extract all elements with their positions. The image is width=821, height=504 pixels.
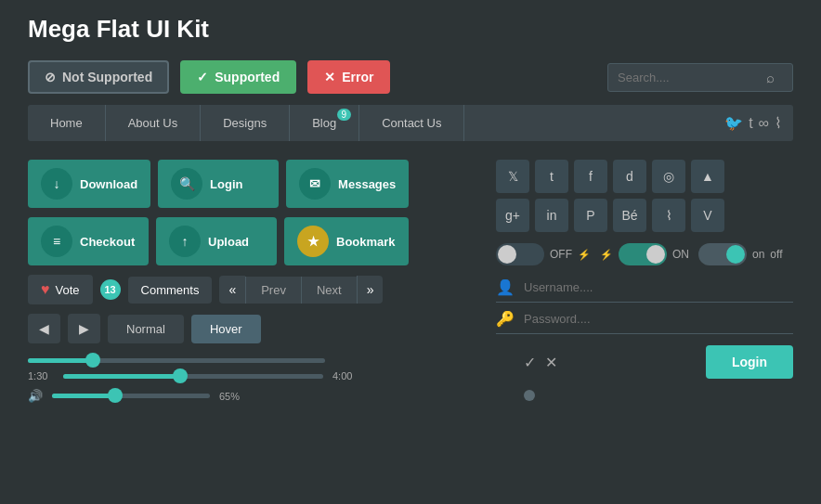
toggles-row: OFF ⚡ ⚡ ON on off	[496, 243, 793, 265]
nav-item-designs[interactable]: Designs	[201, 105, 290, 141]
slider-1-track[interactable]	[28, 358, 325, 363]
prev-start-button[interactable]: «	[219, 276, 245, 304]
search-icon[interactable]: ⌕	[766, 70, 775, 85]
hover-style-button[interactable]: Hover	[191, 315, 261, 343]
comments-button[interactable]: Comments	[128, 277, 213, 304]
download-icon: ↓	[41, 168, 72, 200]
prev-media-button[interactable]: ◀	[28, 314, 60, 343]
user-icon: 🔍	[171, 168, 202, 200]
social-googleplus[interactable]: g+	[496, 199, 529, 232]
download-button[interactable]: ↓ Download	[28, 160, 150, 208]
checkmark-icon[interactable]: ✓	[524, 354, 536, 371]
nav-socials: 🐦 t ∞ ⌇	[713, 114, 793, 132]
nav-bar: Home About Us Designs Blog 9 Contact Us …	[28, 105, 793, 141]
slider-3-thumb[interactable]	[108, 388, 123, 403]
rss-nav-icon[interactable]: ⌇	[775, 114, 782, 132]
next-button[interactable]: Next	[302, 277, 357, 304]
pagination-group: « Prev Next »	[219, 276, 383, 304]
blog-badge: 9	[337, 109, 352, 121]
toggle-light-knob	[726, 245, 745, 264]
check-icon: ✓	[197, 70, 208, 84]
username-input[interactable]	[524, 280, 710, 294]
sliders-section: 1:30 4:00 🔊 65%	[28, 358, 477, 410]
lightning-icon: ⚡	[578, 249, 591, 261]
error-badge[interactable]: ✕ Error	[307, 60, 390, 94]
tumblr-nav-icon[interactable]: t	[749, 115, 752, 132]
cart-icon: ≡	[41, 226, 72, 257]
social-twitter[interactable]: 𝕏	[496, 160, 529, 193]
slider-3-track[interactable]	[52, 394, 210, 398]
toggle-on-label: ON	[672, 248, 689, 261]
prev-button[interactable]: Prev	[245, 277, 302, 304]
right-column: 𝕏 t f d ◎ ▲ g+ in P Bé ⌇ V OFF ⚡	[477, 160, 793, 410]
slider-3-fill	[52, 394, 115, 398]
toggle-on[interactable]	[619, 243, 667, 265]
toggle-light-group: on off	[698, 243, 782, 265]
button-row-2: ≡ Checkout ↑ Upload ★ Bookmark	[28, 217, 477, 265]
ban-icon: ⊘	[45, 70, 56, 84]
key-icon: 🔑	[496, 310, 515, 328]
next-media-button[interactable]: ▶	[68, 314, 100, 343]
toggle-off-knob	[498, 245, 516, 264]
vote-row: ♥ Vote 13 Comments « Prev Next »	[28, 275, 477, 304]
social-trello[interactable]: ▲	[691, 160, 724, 193]
toggle-off-group: OFF ⚡	[496, 243, 591, 265]
social-tumblr[interactable]: t	[535, 160, 568, 193]
upload-button[interactable]: ↑ Upload	[156, 217, 277, 265]
left-column: ↓ Download 🔍 Login ✉ Messages ≡ Checkout…	[28, 160, 477, 410]
social-behance[interactable]: Bé	[613, 199, 646, 232]
nav-item-contact[interactable]: Contact Us	[359, 105, 464, 141]
social-linkedin[interactable]: in	[535, 199, 568, 232]
nav-item-home[interactable]: Home	[28, 105, 106, 141]
vote-button[interactable]: ♥ Vote	[28, 275, 93, 304]
search-box: ⌕	[607, 63, 793, 92]
comments-label: Comments	[141, 283, 200, 297]
lightning-on-icon: ⚡	[600, 249, 613, 261]
search-input[interactable]	[618, 71, 766, 84]
slider-3-row: 🔊 65%	[28, 389, 477, 403]
username-row: 👤	[496, 278, 793, 303]
normal-style-button[interactable]: Normal	[108, 315, 184, 343]
social-rss[interactable]: ⌇	[652, 199, 685, 232]
supported-label: Supported	[215, 70, 280, 84]
envelope-icon: ✉	[299, 168, 331, 200]
next-end-button[interactable]: »	[357, 276, 384, 304]
twitter-nav-icon[interactable]: 🐦	[724, 114, 743, 132]
time-end-label: 4:00	[332, 370, 358, 381]
login-actions: ✓ ✕ Login	[496, 345, 793, 379]
toggle-on2-label: on	[752, 248, 764, 261]
password-input[interactable]	[524, 312, 710, 326]
social-facebook[interactable]: f	[574, 160, 607, 193]
nav-item-blog[interactable]: Blog 9	[290, 105, 359, 141]
slider-1-thumb[interactable]	[85, 353, 100, 368]
social-vimeo[interactable]: V	[691, 199, 724, 232]
login-form: 👤 🔑 ✓ ✕ Login	[496, 278, 793, 401]
slider-1-row	[28, 358, 477, 363]
close-action-icon[interactable]: ✕	[545, 354, 557, 371]
social-dribbble[interactable]: ◎	[652, 160, 685, 193]
delicious-nav-icon[interactable]: ∞	[759, 115, 769, 132]
radio-button[interactable]	[524, 390, 535, 401]
checkout-button[interactable]: ≡ Checkout	[28, 217, 149, 265]
not-supported-badge[interactable]: ⊘ Not Supported	[28, 60, 169, 94]
bookmark-button[interactable]: ★ Bookmark	[284, 217, 409, 265]
slider-2-thumb[interactable]	[173, 368, 188, 383]
social-delicious[interactable]: d	[613, 160, 646, 193]
media-row: ◀ ▶ Normal Hover	[28, 314, 477, 343]
social-grid: 𝕏 t f d ◎ ▲ g+ in P Bé ⌇ V	[496, 160, 793, 232]
vote-count: 13	[100, 279, 121, 300]
toggle-light[interactable]	[698, 243, 747, 265]
error-label: Error	[342, 70, 373, 84]
page-title: Mega Flat UI Kit	[0, 0, 821, 55]
toggle-off[interactable]	[496, 243, 544, 265]
supported-badge[interactable]: ✓ Supported	[180, 60, 296, 94]
login-button[interactable]: 🔍 Login	[158, 160, 279, 208]
nav-item-about[interactable]: About Us	[106, 105, 201, 141]
slider-2-track[interactable]	[63, 374, 323, 379]
social-pinterest[interactable]: P	[574, 199, 607, 232]
volume-pct-label: 65%	[219, 391, 240, 402]
volume-icon: 🔊	[28, 389, 43, 403]
login-submit-button[interactable]: Login	[706, 345, 793, 379]
toggle-off2-label: off	[770, 248, 782, 261]
messages-button[interactable]: ✉ Messages	[286, 160, 409, 208]
